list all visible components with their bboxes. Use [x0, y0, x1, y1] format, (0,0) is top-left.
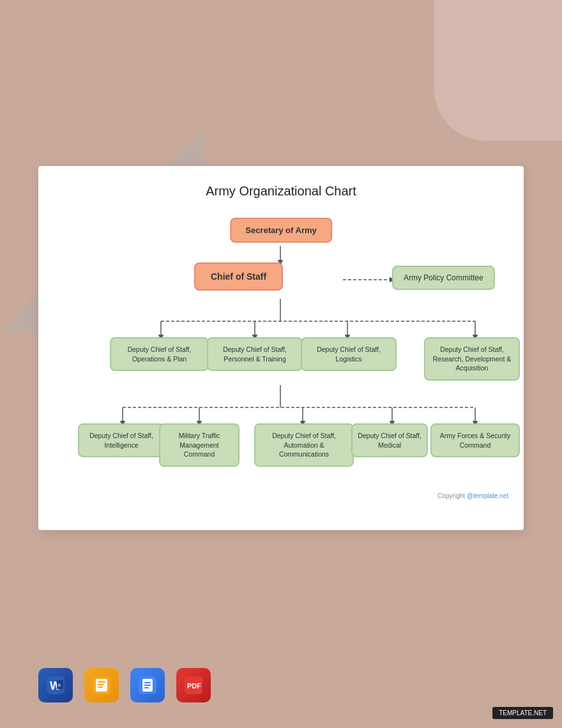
deputy1-node: Deputy Chief of Staff, Operations & Plan [110, 337, 209, 371]
svg-rect-28 [144, 687, 149, 688]
pages-icon[interactable] [84, 668, 119, 702]
svg-rect-22 [98, 684, 104, 685]
svg-rect-23 [98, 686, 103, 688]
deputy4-node: Deputy Chief of Staff, Research, Develop… [424, 337, 520, 381]
docs-icon[interactable] [130, 668, 165, 702]
pdf-icon[interactable]: PDF [176, 668, 211, 702]
deputy2-label: Deputy Chief of Staff, Personnel & Train… [207, 337, 303, 371]
deputy3-label: Deputy Chief of Staff, Logistics [301, 337, 397, 371]
word-icon[interactable]: W ≡ [38, 668, 73, 702]
deputy8-label: Deputy Chief of Staff, Medical [351, 423, 428, 457]
template-badge: TEMPLATE.NET [492, 707, 553, 719]
svg-rect-27 [144, 685, 151, 686]
copyright-link: @template.net [467, 492, 508, 499]
svg-text:≡: ≡ [57, 682, 61, 688]
svg-rect-21 [98, 681, 105, 683]
secretary-label: Secretary of Army [230, 218, 332, 243]
deputy9-label: Army Forces & Security Command [430, 423, 520, 457]
copyright: Copyright @template.net [54, 492, 508, 499]
deputy5-label: Deputy Chief of Staff, Intelligence [78, 423, 165, 457]
deputy3-node: Deputy Chief of Staff, Logistics [301, 337, 397, 371]
bg-corner [434, 0, 562, 140]
app-icons-row: W ≡ PDF [38, 668, 211, 702]
chart-title: Army Organizational Chart [54, 184, 508, 199]
policy-label: Army Policy Committee [392, 266, 495, 290]
policy-node: Army Policy Committee [392, 266, 495, 290]
deputy7-node: Deputy Chief of Staff, Automation & Comm… [254, 423, 354, 467]
org-chart: Secretary of Army Chief of Staff Army Po… [54, 213, 508, 487]
secretary-node: Secretary of Army [230, 218, 332, 243]
deputy9-node: Army Forces & Security Command [430, 423, 520, 457]
svg-rect-26 [144, 682, 151, 683]
deputy2-node: Deputy Chief of Staff, Personnel & Train… [207, 337, 303, 371]
deputy7-label: Deputy Chief of Staff, Automation & Comm… [254, 423, 354, 467]
deputy6-label: Military Traffic Management Command [159, 423, 239, 467]
deputy5-node: Deputy Chief of Staff, Intelligence [78, 423, 165, 457]
svg-text:PDF: PDF [187, 682, 201, 690]
main-card: Army Organizational Chart [38, 166, 524, 530]
deputy6-node: Military Traffic Management Command [159, 423, 239, 467]
copyright-text: Copyright [437, 492, 467, 499]
deputy1-label: Deputy Chief of Staff, Operations & Plan [110, 337, 209, 371]
deputy4-label: Deputy Chief of Staff, Research, Develop… [424, 337, 520, 381]
chief-node: Chief of Staff [194, 262, 283, 291]
deputy8-node: Deputy Chief of Staff, Medical [351, 423, 428, 457]
chief-label: Chief of Staff [194, 262, 283, 291]
